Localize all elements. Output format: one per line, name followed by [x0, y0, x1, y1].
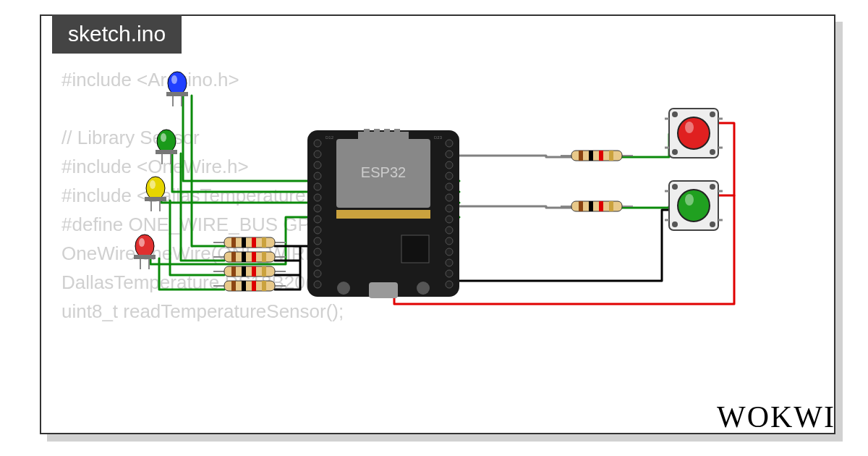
svg-point-100	[710, 111, 715, 117]
svg-rect-85	[262, 281, 266, 291]
svg-point-13	[314, 270, 321, 277]
svg-point-114	[678, 190, 710, 221]
svg-rect-88	[579, 151, 583, 161]
svg-rect-94	[579, 201, 583, 211]
svg-rect-96	[599, 201, 603, 211]
svg-point-3	[314, 161, 321, 169]
svg-text:D12: D12	[326, 135, 334, 140]
svg-point-53	[150, 180, 156, 189]
svg-point-8	[314, 216, 321, 223]
file-tab[interactable]: sketch.ino	[52, 14, 182, 54]
svg-rect-79	[262, 266, 266, 276]
svg-rect-31	[364, 129, 370, 133]
svg-point-42	[168, 72, 187, 95]
svg-point-112	[672, 221, 678, 227]
svg-rect-95	[589, 201, 593, 211]
svg-rect-83	[242, 281, 246, 291]
svg-point-115	[685, 194, 694, 206]
svg-rect-64	[231, 237, 236, 248]
svg-rect-44	[166, 92, 188, 96]
svg-point-110	[672, 184, 678, 190]
svg-rect-90	[599, 151, 603, 161]
svg-rect-67	[262, 237, 266, 248]
svg-rect-32	[374, 129, 380, 133]
svg-point-4	[314, 172, 321, 180]
svg-point-28	[446, 281, 453, 288]
svg-rect-97	[609, 201, 613, 211]
svg-rect-82	[231, 281, 236, 291]
svg-rect-35	[336, 210, 430, 219]
led-green[interactable]	[156, 130, 177, 164]
svg-point-103	[678, 117, 710, 149]
svg-rect-70	[231, 252, 236, 262]
svg-point-9	[314, 227, 321, 234]
svg-point-47	[157, 130, 176, 153]
svg-rect-59	[134, 255, 156, 259]
svg-point-21	[446, 205, 453, 212]
wire	[622, 134, 669, 157]
svg-rect-71	[242, 252, 246, 262]
svg-point-58	[139, 238, 145, 247]
svg-rect-78	[252, 266, 256, 276]
svg-point-22	[446, 216, 453, 223]
circuit-canvas: ESP32 D12D23	[40, 14, 835, 434]
svg-rect-91	[609, 151, 613, 161]
svg-point-27	[446, 270, 453, 277]
svg-point-24	[446, 237, 453, 245]
svg-rect-72	[252, 252, 256, 262]
svg-point-102	[710, 149, 715, 155]
svg-point-38	[337, 282, 350, 295]
led-blue[interactable]	[166, 72, 188, 106]
svg-point-99	[672, 111, 678, 117]
svg-rect-33	[384, 129, 390, 133]
svg-point-113	[710, 221, 715, 227]
svg-rect-54	[145, 197, 166, 201]
svg-point-1	[314, 140, 321, 147]
svg-rect-36	[401, 235, 429, 263]
svg-point-23	[446, 227, 453, 234]
svg-rect-73	[262, 252, 266, 262]
svg-point-101	[672, 149, 678, 155]
svg-point-11	[314, 248, 321, 256]
svg-point-19	[446, 183, 453, 190]
wokwi-logo: WOKWI	[717, 400, 835, 434]
svg-text:D23: D23	[434, 135, 443, 140]
svg-rect-89	[589, 151, 593, 161]
svg-point-17	[446, 161, 453, 169]
svg-rect-34	[394, 129, 400, 133]
resistor[interactable]	[561, 151, 633, 161]
svg-point-57	[135, 235, 154, 258]
svg-point-39	[417, 282, 430, 295]
svg-point-25	[446, 248, 453, 256]
svg-rect-66	[252, 237, 256, 248]
svg-rect-37	[369, 282, 398, 298]
svg-point-48	[161, 133, 166, 142]
resistor[interactable]	[561, 201, 633, 211]
svg-point-14	[314, 281, 321, 288]
svg-point-7	[314, 205, 321, 212]
svg-point-18	[446, 172, 453, 180]
svg-point-5	[314, 183, 321, 190]
esp32-board[interactable]: ESP32 D12D23	[307, 129, 459, 298]
svg-point-12	[314, 259, 321, 266]
file-name: sketch.ino	[68, 22, 166, 46]
wire	[459, 156, 571, 157]
board-label: ESP32	[361, 164, 406, 180]
svg-point-2	[314, 151, 321, 158]
wire	[459, 206, 571, 208]
svg-point-43	[171, 75, 177, 84]
push-button-green[interactable]	[665, 181, 723, 230]
svg-rect-76	[231, 266, 236, 276]
svg-rect-77	[242, 266, 246, 276]
wire	[192, 96, 224, 246]
svg-point-10	[314, 237, 321, 245]
led-yellow[interactable]	[145, 177, 166, 211]
svg-point-52	[146, 177, 165, 200]
svg-point-20	[446, 194, 453, 201]
svg-point-104	[685, 122, 694, 133]
svg-point-6	[314, 194, 321, 201]
wire	[181, 153, 224, 261]
push-button-red[interactable]	[665, 109, 723, 158]
svg-rect-65	[242, 237, 246, 248]
svg-point-15	[446, 140, 453, 147]
